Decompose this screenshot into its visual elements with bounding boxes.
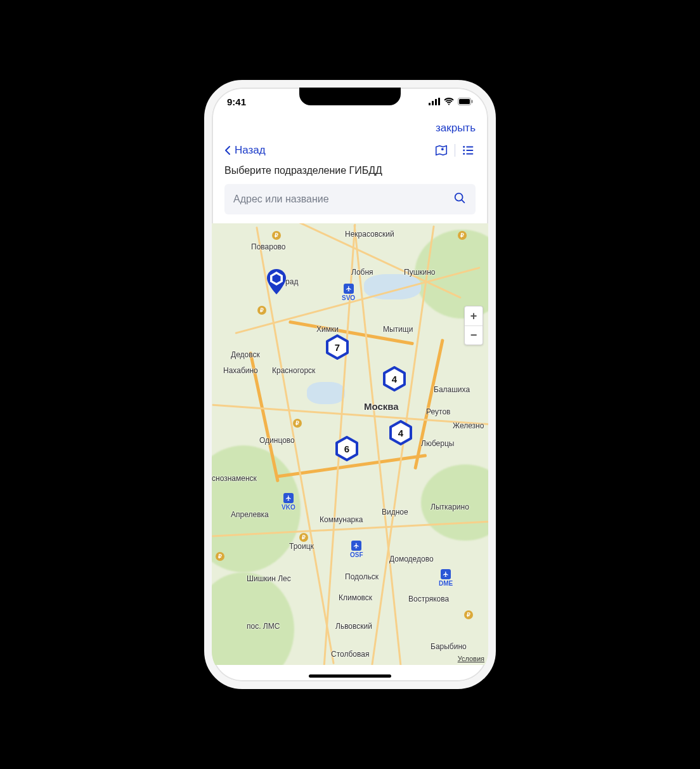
city-label: Москва bbox=[364, 401, 399, 412]
city-label: Нахабино bbox=[223, 366, 258, 375]
zoom-out-button[interactable]: − bbox=[465, 325, 483, 345]
airport-marker[interactable]: DME bbox=[439, 569, 453, 587]
airport-code: SVO bbox=[342, 294, 355, 301]
city-label: Климовск bbox=[339, 593, 372, 602]
zoom-controls: + − bbox=[464, 306, 483, 345]
search-row bbox=[224, 184, 476, 214]
svg-rect-0 bbox=[429, 103, 431, 105]
cluster-marker[interactable]: 4 bbox=[383, 366, 406, 391]
view-toggle bbox=[434, 143, 476, 157]
airport-icon bbox=[351, 541, 361, 551]
wifi-icon bbox=[444, 96, 454, 107]
status-time: 9:41 bbox=[227, 96, 246, 107]
city-label: снознаменск bbox=[212, 474, 257, 483]
svg-rect-13 bbox=[466, 154, 473, 155]
map-icon bbox=[434, 143, 448, 157]
city-label: Балашиха bbox=[434, 385, 470, 394]
svg-rect-3 bbox=[438, 98, 440, 105]
city-label: Мытищи bbox=[383, 325, 413, 334]
svg-point-7 bbox=[442, 148, 443, 150]
map-surface[interactable]: ₽ ₽ ₽ ₽ ₽ ₽ ₽ НекрасовскийПоваровоЛобняП… bbox=[212, 223, 488, 665]
city-label: Домодедово bbox=[389, 555, 434, 563]
close-button[interactable]: закрыть bbox=[436, 122, 476, 135]
chevron-left-icon bbox=[224, 145, 231, 155]
airport-code: DME bbox=[439, 580, 453, 587]
airport-code: VKO bbox=[282, 504, 295, 511]
city-label: Львовский bbox=[335, 622, 372, 631]
city-label: Красногорск bbox=[272, 366, 315, 375]
ruble-icon: ₽ bbox=[293, 419, 302, 428]
airport-code: OSF bbox=[350, 551, 363, 558]
city-label: Троицк bbox=[289, 542, 314, 551]
cluster-marker[interactable]: 6 bbox=[335, 436, 358, 461]
list-icon bbox=[462, 143, 476, 157]
list-view-button[interactable] bbox=[462, 143, 476, 157]
city-label: Шишкин Лес bbox=[247, 574, 291, 583]
city-label: Лыткарино bbox=[431, 503, 469, 511]
cluster-marker[interactable]: 7 bbox=[326, 334, 349, 360]
map-container: ₽ ₽ ₽ ₽ ₽ ₽ ₽ НекрасовскийПоваровоЛобняП… bbox=[212, 223, 488, 665]
airport-icon bbox=[283, 493, 294, 503]
svg-point-8 bbox=[463, 146, 465, 148]
cluster-marker[interactable]: 4 bbox=[389, 420, 412, 445]
ruble-icon: ₽ bbox=[272, 231, 281, 240]
battery-icon bbox=[458, 96, 473, 107]
svg-rect-6 bbox=[472, 100, 473, 103]
divider bbox=[455, 144, 455, 157]
city-label: Вострякова bbox=[408, 595, 449, 603]
svg-rect-9 bbox=[466, 147, 473, 148]
city-label: Химки bbox=[316, 325, 339, 334]
ruble-icon: ₽ bbox=[257, 306, 266, 315]
airport-marker[interactable]: SVO bbox=[342, 284, 355, 301]
ruble-icon: ₽ bbox=[458, 231, 467, 240]
city-label: Железно bbox=[453, 421, 484, 430]
city-label: Поварово bbox=[251, 242, 285, 251]
home-indicator bbox=[309, 674, 391, 678]
airport-icon bbox=[344, 284, 354, 294]
city-label: пос. ЛМС bbox=[247, 622, 280, 631]
cluster-count: 4 bbox=[392, 374, 397, 384]
airport-icon bbox=[441, 569, 451, 579]
city-label: Столбовая bbox=[331, 650, 369, 659]
city-label: Реутов bbox=[426, 407, 450, 416]
cluster-count: 6 bbox=[344, 444, 349, 454]
ruble-icon: ₽ bbox=[216, 552, 224, 561]
airport-marker[interactable]: OSF bbox=[350, 541, 363, 558]
cluster-count: 7 bbox=[335, 342, 340, 353]
city-label: Некрасовский bbox=[345, 230, 394, 239]
map-view-button[interactable] bbox=[434, 143, 448, 157]
airport-marker[interactable]: VKO bbox=[282, 493, 295, 511]
page-subtitle: Выберите подразделение ГИБДД bbox=[212, 165, 488, 184]
city-label: Апрелевка bbox=[231, 510, 269, 519]
phone-frame: 9:41 закрыть Назад bbox=[204, 80, 496, 689]
pin-marker[interactable] bbox=[266, 268, 287, 296]
city-label: Подольск bbox=[345, 572, 379, 581]
cluster-count: 4 bbox=[398, 428, 403, 438]
ruble-icon: ₽ bbox=[464, 610, 473, 619]
map-terms-link[interactable]: Условия bbox=[458, 655, 484, 662]
city-label: Видное bbox=[382, 508, 408, 516]
svg-point-10 bbox=[463, 150, 465, 152]
city-label: Одинцово bbox=[259, 436, 295, 445]
city-label: Коммунарка bbox=[320, 515, 363, 524]
notch bbox=[299, 88, 401, 105]
back-button[interactable]: Назад bbox=[224, 144, 266, 157]
svg-line-15 bbox=[462, 200, 464, 202]
city-label: Дедовск bbox=[231, 350, 260, 359]
zoom-in-button[interactable]: + bbox=[465, 306, 483, 325]
back-label: Назад bbox=[235, 144, 266, 157]
cellular-icon bbox=[429, 96, 440, 107]
city-label: Люберцы bbox=[421, 439, 454, 448]
svg-point-12 bbox=[463, 153, 465, 155]
svg-rect-1 bbox=[432, 101, 434, 105]
city-label: Барыбино bbox=[431, 642, 467, 651]
svg-rect-2 bbox=[435, 99, 437, 105]
svg-rect-5 bbox=[459, 99, 470, 104]
nav-row: Назад bbox=[212, 138, 488, 165]
svg-rect-11 bbox=[466, 150, 473, 151]
search-input[interactable] bbox=[233, 194, 453, 205]
search-icon[interactable] bbox=[453, 191, 467, 207]
city-label: Лобня bbox=[351, 268, 373, 277]
close-row: закрыть bbox=[212, 115, 488, 138]
ruble-icon: ₽ bbox=[299, 533, 308, 542]
